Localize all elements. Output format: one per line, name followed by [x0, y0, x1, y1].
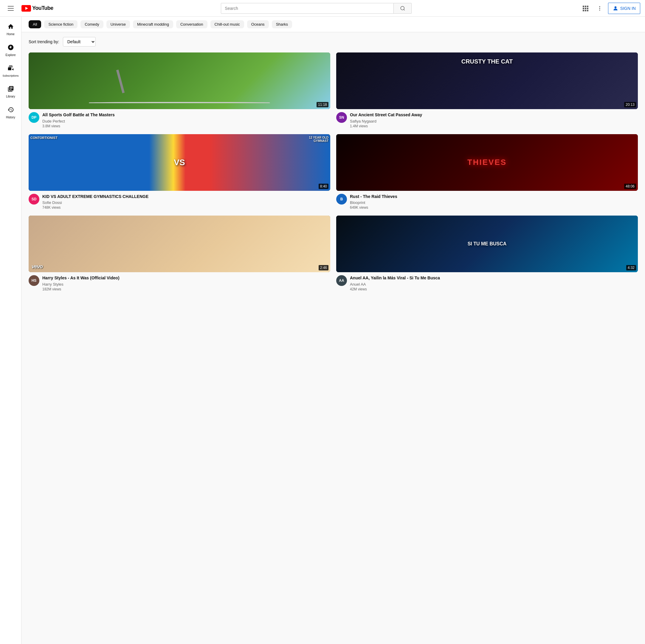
more-vert-icon — [597, 5, 603, 11]
video-meta-v4: Rust - The Raid Thieves Blooprint 649K v… — [350, 194, 638, 210]
channel-avatar-v3: SD — [29, 194, 39, 204]
sidebar-item-history[interactable]: History — [0, 102, 21, 123]
sort-select[interactable]: Default Music Gaming Movies — [63, 37, 96, 46]
sidebar-library-label: Library — [6, 95, 15, 98]
subscriptions-icon — [7, 65, 14, 73]
svg-point-13 — [599, 6, 600, 7]
duration-v2: 20:13 — [624, 102, 636, 107]
svg-rect-6 — [587, 6, 588, 7]
account-circle-icon — [613, 5, 619, 11]
chip-conversation[interactable]: Conversation — [176, 20, 207, 28]
video-info-v3: SD KID VS ADULT EXTREME GYMNASTICS CHALL… — [29, 194, 330, 210]
search-input[interactable] — [221, 3, 393, 13]
video-card-v3[interactable]: VS CONTORTIONIST 12 YEAR OLDGYMNAST 8:40… — [29, 134, 330, 210]
header-left: YouTube — [5, 2, 53, 14]
video-stats-v3: 748K views — [42, 205, 330, 209]
video-meta-v6: Anuel AA, Yailin la Más Viral - Si Tu Me… — [350, 275, 638, 291]
sidebar: Home Explore Subscriptions Library Histo… — [0, 17, 21, 644]
channel-avatar-v5: HS — [29, 275, 39, 286]
hamburger-icon — [5, 4, 16, 13]
chip-comedy[interactable]: Comedy — [80, 20, 103, 28]
video-stats-v2: 1.4M views — [350, 124, 638, 128]
main-content: All Science fiction Comedy Universe Mine… — [21, 17, 645, 644]
video-title-v3: KID VS ADULT EXTREME GYMNASTICS CHALLENG… — [42, 194, 330, 200]
thumbnail-image-v1 — [29, 52, 330, 109]
svg-rect-9 — [587, 8, 588, 9]
history-icon — [7, 107, 14, 115]
svg-point-16 — [615, 6, 617, 8]
thumbnail-v6: SI TU ME BUSCA 4:32 — [336, 215, 638, 272]
sidebar-home-label: Home — [7, 32, 15, 36]
chip-universe[interactable]: Universe — [106, 20, 130, 28]
video-stats-v5: 182M views — [42, 287, 330, 291]
video-channel-v3: Sofie Dossi — [42, 200, 330, 205]
sidebar-item-explore[interactable]: Explore — [0, 40, 21, 61]
video-info-v2: SN Our Ancient Street Cat Passed Away Sa… — [336, 112, 638, 128]
chip-chill[interactable]: Chill-out music — [210, 20, 244, 28]
sign-in-label: SIGN IN — [620, 6, 636, 11]
thumbnail-v3: VS CONTORTIONIST 12 YEAR OLDGYMNAST 8:40 — [29, 134, 330, 191]
sidebar-item-subscriptions[interactable]: Subscriptions — [0, 61, 21, 82]
thumb-overlay-v6: SI TU ME BUSCA — [336, 239, 638, 249]
search-bar — [221, 3, 412, 14]
duration-v6: 4:32 — [626, 265, 636, 271]
more-options-button[interactable] — [594, 2, 606, 14]
thumbnail-image-v3: VS CONTORTIONIST 12 YEAR OLDGYMNAST — [29, 134, 330, 191]
chip-oceans[interactable]: Oceans — [247, 20, 269, 28]
duration-v4: 48:06 — [624, 184, 636, 189]
content-area: Sort trending by: Default Music Gaming M… — [21, 32, 645, 296]
svg-rect-11 — [585, 10, 586, 11]
sidebar-explore-label: Explore — [6, 53, 16, 57]
video-stats-v6: 42M views — [350, 287, 638, 291]
video-card-v5[interactable]: vevo 2:46 HS Harry Styles - As It Was (O… — [29, 215, 330, 291]
youtube-logo-icon — [21, 5, 31, 12]
video-meta-v2: Our Ancient Street Cat Passed Away Safiy… — [350, 112, 638, 128]
svg-rect-10 — [583, 10, 584, 11]
video-card-v2[interactable]: CRUSTY THE CAT 20:13 SN Our Ancient Stre… — [336, 52, 638, 128]
thumbnail-v1: 11:18 — [29, 52, 330, 109]
video-info-v5: HS Harry Styles - As It Was (Official Vi… — [29, 275, 330, 291]
sign-in-button[interactable]: SIGN IN — [608, 3, 640, 14]
video-channel-v2: Safiya Nygaard — [350, 119, 638, 124]
header-right: SIGN IN — [580, 2, 640, 14]
video-grid: 11:18 DP All Sports Golf Battle at The M… — [29, 52, 638, 291]
search-button[interactable] — [394, 3, 412, 14]
sort-bar: Sort trending by: Default Music Gaming M… — [29, 37, 638, 46]
youtube-logo-text: YouTube — [32, 5, 53, 11]
chip-science-fiction[interactable]: Science fiction — [44, 20, 77, 28]
sidebar-history-label: History — [6, 116, 15, 119]
video-info-v1: DP All Sports Golf Battle at The Masters… — [29, 112, 330, 128]
video-card-v4[interactable]: THIEVES 48:06 B Rust - The Raid Thieves … — [336, 134, 638, 210]
video-title-v5: Harry Styles - As It Was (Official Video… — [42, 275, 330, 281]
thumb-overlay-v4: THIEVES — [465, 155, 509, 169]
sidebar-item-home[interactable]: Home — [0, 19, 21, 40]
svg-point-2 — [401, 6, 404, 10]
thumbnail-image-v6: SI TU ME BUSCA — [336, 215, 638, 272]
thumbnail-v2: CRUSTY THE CAT 20:13 — [336, 52, 638, 109]
chip-all[interactable]: All — [29, 20, 41, 28]
apps-grid-button[interactable] — [580, 2, 591, 14]
search-icon — [400, 6, 405, 11]
video-meta-v5: Harry Styles - As It Was (Official Video… — [42, 275, 330, 291]
thumbnail-image-v2: CRUSTY THE CAT — [336, 52, 638, 109]
thumb-overlay-v3: VS — [171, 155, 187, 170]
video-title-v4: Rust - The Raid Thieves — [350, 194, 638, 200]
video-title-v2: Our Ancient Street Cat Passed Away — [350, 112, 638, 118]
video-stats-v4: 649K views — [350, 205, 638, 209]
apps-grid-icon — [583, 5, 588, 11]
video-info-v6: AA Anuel AA, Yailin la Más Viral - Si Tu… — [336, 275, 638, 291]
channel-avatar-v1: DP — [29, 112, 39, 123]
hamburger-menu-button[interactable] — [5, 2, 17, 14]
video-card-v6[interactable]: SI TU ME BUSCA 4:32 AA Anuel AA, Yailin … — [336, 215, 638, 291]
duration-v5: 2:46 — [318, 265, 329, 271]
video-stats-v1: 3.8M views — [42, 124, 330, 128]
sidebar-item-library[interactable]: Library — [0, 82, 21, 102]
youtube-logo[interactable]: YouTube — [21, 5, 53, 12]
channel-avatar-v2: SN — [336, 112, 347, 123]
chip-sharks[interactable]: Sharks — [272, 20, 292, 28]
video-channel-v1: Dude Perfect — [42, 119, 330, 124]
thumb-overlay-v2: CRUSTY THE CAT — [336, 55, 638, 67]
video-card-v1[interactable]: 11:18 DP All Sports Golf Battle at The M… — [29, 52, 330, 128]
chip-minecraft[interactable]: Minecraft modding — [133, 20, 173, 28]
video-channel-v4: Blooprint — [350, 200, 638, 205]
